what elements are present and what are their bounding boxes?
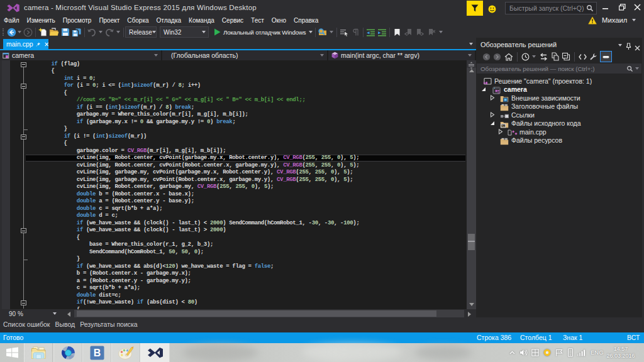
horizontal-scroll-track[interactable]	[74, 310, 464, 317]
menu-просмотр[interactable]: Просмотр	[59, 16, 96, 25]
taskbar-visual-studio-button[interactable]	[140, 343, 170, 362]
taskbar-file-explorer-button[interactable]	[24, 343, 53, 362]
se-window-position-caret-icon[interactable]	[618, 44, 622, 47]
collapsed-arrow-icon[interactable]	[490, 95, 495, 101]
menu-изменить[interactable]: Изменить	[23, 16, 59, 25]
bottom-tab-список-ошибок[interactable]: Список ошибок	[3, 321, 50, 328]
nav-project-combo[interactable]: camera	[0, 50, 162, 60]
scroll-up-arrow-icon[interactable]	[469, 69, 474, 72]
notifications-button[interactable]	[467, 1, 483, 16]
quick-launch-search[interactable]: Быстрый запуск (Ctrl+Q)	[505, 2, 597, 14]
document-list-caret-icon[interactable]	[469, 43, 473, 45]
tray-clock[interactable]: 14:57 26.03.2016	[605, 346, 636, 359]
navigate-backward-button[interactable]	[6, 26, 17, 38]
code-editor[interactable]: if (flag) { int i = 0; for (i = 0; i <= …	[0, 60, 476, 309]
tray-phone-icon[interactable]	[567, 348, 574, 357]
new-file-button[interactable]	[37, 26, 48, 38]
se-view-code-button[interactable]	[577, 50, 588, 63]
minimize-button[interactable]	[599, 0, 613, 14]
se-scope-caret-icon[interactable]	[532, 55, 536, 58]
scroll-right-arrow-icon[interactable]	[468, 312, 471, 317]
tray-volume-icon[interactable]	[519, 349, 528, 356]
nav-scope-combo[interactable]: (Глобальная область)	[162, 50, 328, 60]
pin-icon[interactable]	[36, 41, 41, 48]
previous-bookmark-button[interactable]	[402, 26, 414, 38]
save-all-button[interactable]	[71, 26, 82, 38]
start-debug-button[interactable]: Локальный отладчик Windows	[214, 28, 313, 36]
tree-item-внешние-зависимости[interactable]: Внешние зависимости	[476, 94, 642, 102]
find-caret-icon[interactable]	[330, 31, 333, 33]
find-in-files-button[interactable]	[317, 26, 328, 38]
tray-show-hidden-icons-button[interactable]	[509, 351, 515, 354]
navigate-forward-button[interactable]	[22, 26, 33, 38]
start-button[interactable]	[0, 343, 24, 362]
tray-yellow-status-icon[interactable]	[543, 349, 551, 356]
undo-button[interactable]	[86, 26, 97, 38]
scroll-down-arrow-icon[interactable]	[469, 303, 474, 306]
taskbar-b-app-button[interactable]: B	[82, 343, 111, 362]
collapsed-arrow-icon[interactable]	[490, 112, 495, 118]
menu-отладка[interactable]: Отладка	[153, 16, 186, 25]
fold-collapse-box[interactable]	[21, 300, 26, 305]
undo-history-caret-icon[interactable]	[99, 31, 103, 33]
configuration-combo[interactable]: Release	[125, 26, 157, 38]
tree-item-решение-camera-проектов-1-[interactable]: Решение "camera" (проектов: 1)	[476, 77, 642, 85]
decrease-indent-button[interactable]	[365, 26, 376, 38]
menu-сборка[interactable]: Сборка	[123, 16, 152, 25]
show-whitespace-button[interactable]	[350, 26, 361, 38]
tab-main-cpp[interactable]: main.cpp	[3, 39, 48, 49]
taskbar-paint-app-button[interactable]	[111, 343, 140, 362]
increase-indent-button[interactable]	[376, 26, 387, 38]
navigate-to-button[interactable]	[338, 26, 350, 38]
solution-explorer-search[interactable]: Обозреватель решений — поиск (Ctrl+;)	[477, 63, 641, 74]
se-home-button[interactable]	[502, 50, 514, 63]
se-forward-button[interactable]	[492, 50, 502, 63]
nav-method-combo[interactable]: main(int argc, char ** argv)	[328, 50, 476, 60]
tree-item-main.cpp[interactable]: main.cpp	[476, 128, 642, 136]
feedback-smiley-button[interactable]	[488, 4, 496, 16]
expanded-arrow-icon[interactable]	[481, 87, 486, 92]
taskbar-browser-button[interactable]	[53, 343, 82, 362]
se-preview-selected-items-toggle[interactable]	[600, 51, 612, 62]
se-collapse-all-button[interactable]	[560, 50, 572, 63]
vertical-scrollbar[interactable]	[467, 60, 476, 309]
tree-item-файлы-ресурсов[interactable]: Файлы ресурсов	[476, 136, 642, 144]
menu-файл[interactable]: Файл	[0, 16, 23, 25]
tree-item-заголовочные-файлы[interactable]: Заголовочные файлы	[476, 102, 642, 110]
tray-network-signal-icon[interactable]	[577, 349, 586, 356]
close-button[interactable]	[630, 0, 644, 14]
toggle-bookmark-button[interactable]	[391, 26, 402, 38]
se-sync-with-active-document-button[interactable]	[538, 50, 549, 63]
back-history-caret-icon[interactable]	[18, 31, 21, 33]
menu-тест[interactable]: Тест	[247, 16, 268, 25]
menu-окно[interactable]: Окно	[268, 16, 290, 25]
tray-action-center-icon[interactable]	[555, 349, 563, 356]
bottom-tab-результаты-поиска[interactable]: Результаты поиска	[80, 321, 138, 328]
fold-collapse-box[interactable]	[21, 84, 26, 89]
fold-collapse-box[interactable]	[21, 228, 26, 233]
redo-history-caret-icon[interactable]	[116, 31, 120, 33]
save-button[interactable]	[60, 26, 71, 38]
fold-collapse-box[interactable]	[21, 62, 26, 67]
tree-item-camera[interactable]: camera	[476, 85, 642, 93]
tree-item-файлы-исходного-кода[interactable]: Файлы исходного кода	[476, 119, 642, 127]
se-properties-button[interactable]	[588, 50, 599, 63]
redo-button[interactable]	[104, 26, 115, 38]
fold-collapse-box[interactable]	[21, 134, 26, 140]
close-tab-icon[interactable]	[45, 41, 48, 47]
se-show-all-files-button[interactable]	[549, 50, 560, 63]
user-account-area[interactable]: Михаил	[588, 15, 636, 25]
menu-сервис[interactable]: Сервис	[218, 16, 247, 25]
open-file-button[interactable]	[48, 26, 60, 38]
scroll-left-arrow-icon[interactable]	[67, 312, 70, 317]
se-pending-changes-button[interactable]	[520, 50, 530, 63]
tray-language-indicator[interactable]: ENG	[591, 349, 604, 356]
platform-combo[interactable]: Win32	[160, 26, 209, 38]
collapsed-arrow-icon[interactable]	[498, 129, 503, 134]
tray-windows-icon[interactable]	[531, 349, 539, 356]
toolbar-overflow-caret-icon[interactable]	[439, 31, 443, 33]
horizontal-scroll-thumb[interactable]	[77, 310, 436, 317]
restore-button[interactable]	[615, 0, 629, 14]
editor-split-handle[interactable]	[467, 60, 476, 68]
tree-item-ссылки[interactable]: Ссылки	[476, 111, 642, 119]
